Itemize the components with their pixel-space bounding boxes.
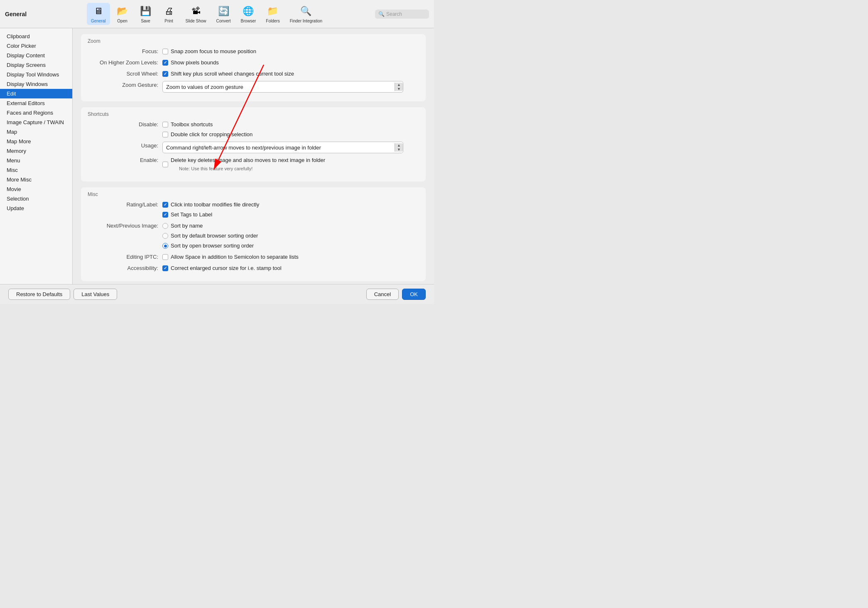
- section-zoom: Zoom Focus: Snap zoom focus to mouse pos…: [81, 34, 426, 101]
- usage-arrows: ▲▼: [395, 143, 403, 152]
- title-bar: General 🖥 General 📂 Open 💾 Save 🖨 Print …: [0, 0, 434, 28]
- rating-checkbox1-label: Click into toolbar modifies file directl…: [171, 201, 259, 209]
- radio2-row: Sort by default browser sorting order: [162, 232, 258, 240]
- toolbar-item-slideshow[interactable]: 📽 Slide Show: [181, 3, 211, 25]
- rating-checkbox2-row: Set Tags to Label: [162, 211, 259, 219]
- bottom-bar: Restore to Defaults Last Values Cancel O…: [0, 284, 434, 304]
- search-bar[interactable]: 🔍 Search: [375, 10, 429, 19]
- toolbar-item-browser[interactable]: 🌐 Browser: [237, 3, 260, 25]
- cancel-button[interactable]: Cancel: [366, 289, 399, 300]
- enable-row: Enable: Delete key deletes image and als…: [88, 156, 419, 173]
- enable-checkbox[interactable]: [162, 162, 168, 167]
- editing-iptc-checkbox[interactable]: [162, 254, 168, 260]
- general-label: General: [91, 19, 106, 23]
- editing-iptc-checkbox-row: Allow Space in addition to Semicolon to …: [162, 253, 299, 261]
- usage-select[interactable]: Command right/left-arrow moves to next/p…: [162, 142, 403, 153]
- higher-zoom-checkbox-row: Show pixels bounds: [162, 59, 219, 67]
- bottom-left-buttons: Restore to Defaults Last Values: [8, 289, 117, 300]
- scroll-wheel-control: Shift key plus scroll wheel changes curr…: [162, 70, 294, 78]
- zoom-gesture-row: Zoom Gesture: Zoom to values of zoom ges…: [88, 81, 419, 93]
- last-values-button[interactable]: Last Values: [74, 289, 117, 300]
- zoom-gesture-select[interactable]: Zoom to values of zoom gesture ▲▼: [162, 81, 403, 93]
- radio1-row: Sort by name: [162, 222, 258, 230]
- accessibility-checkbox[interactable]: [162, 265, 168, 271]
- radio3[interactable]: [162, 243, 168, 249]
- ok-button[interactable]: OK: [402, 289, 426, 300]
- usage-control: Command right/left-arrow moves to next/p…: [162, 142, 403, 153]
- toolbar-item-folders[interactable]: 📁 Folders: [262, 3, 284, 25]
- sidebar-item-external-editors[interactable]: External Editors: [0, 98, 72, 108]
- sidebar-item-edit[interactable]: Edit: [0, 89, 72, 98]
- focus-row: Focus: Snap zoom focus to mouse position: [88, 47, 419, 56]
- enable-checkbox-row: Delete key deletes image and also moves …: [162, 156, 325, 173]
- rating-checkbox2-label: Set Tags to Label: [171, 211, 212, 219]
- toolbar-item-print[interactable]: 🖨 Print: [158, 3, 180, 25]
- sidebar-item-map[interactable]: Map: [0, 127, 72, 137]
- disable-checkbox1-label: Toolbox shortcuts: [171, 120, 213, 129]
- restore-defaults-button[interactable]: Restore to Defaults: [8, 289, 70, 300]
- scroll-wheel-checkbox[interactable]: [162, 71, 168, 77]
- sidebar-item-faces-regions[interactable]: Faces and Regions: [0, 108, 72, 118]
- next-prev-row: Next/Previous Image: Sort by name Sort b…: [88, 222, 419, 250]
- sidebar-item-color-picker[interactable]: Color Picker: [0, 41, 72, 51]
- disable-row: Disable: Toolbox shortcuts Double click …: [88, 120, 419, 139]
- next-prev-control: Sort by name Sort by default browser sor…: [162, 222, 258, 250]
- zoom-gesture-label: Zoom Gesture:: [88, 81, 162, 89]
- sidebar-item-update[interactable]: Update: [0, 203, 72, 213]
- radio3-label: Sort by open browser sorting order: [171, 242, 254, 250]
- sidebar-item-display-screens[interactable]: Display Screens: [0, 60, 72, 70]
- sidebar-item-display-tool-windows[interactable]: Display Tool Windows: [0, 70, 72, 79]
- save-label: Save: [141, 19, 150, 23]
- rating-checkbox2[interactable]: [162, 212, 168, 218]
- toolbar-item-finder[interactable]: 🔍 Finder Integration: [286, 3, 326, 25]
- enable-label: Enable:: [88, 156, 162, 164]
- higher-zoom-checkbox[interactable]: [162, 60, 168, 66]
- search-placeholder: Search: [386, 11, 402, 17]
- sidebar-item-more-misc[interactable]: More Misc: [0, 175, 72, 184]
- sidebar-item-menu[interactable]: Menu: [0, 156, 72, 165]
- sidebar-item-movie[interactable]: Movie: [0, 184, 72, 194]
- focus-checkbox[interactable]: [162, 49, 168, 54]
- radio1-label: Sort by name: [171, 222, 203, 230]
- print-label: Print: [164, 19, 173, 23]
- toolbar-item-general[interactable]: 🖥 General: [87, 3, 110, 25]
- radio2[interactable]: [162, 233, 168, 239]
- toolbar-item-convert[interactable]: 🔄 Convert: [212, 3, 235, 25]
- disable-checkbox2[interactable]: [162, 132, 168, 137]
- radio3-row: Sort by open browser sorting order: [162, 242, 258, 250]
- sidebar-item-display-content[interactable]: Display Content: [0, 51, 72, 60]
- rating-checkbox1[interactable]: [162, 202, 168, 208]
- scroll-wheel-checkbox-row: Shift key plus scroll wheel changes curr…: [162, 70, 294, 78]
- print-icon: 🖨: [162, 5, 176, 18]
- section-misc: Misc Rating/Label: Click into toolbar mo…: [81, 187, 426, 281]
- sidebar-item-clipboard[interactable]: Clipboard: [0, 32, 72, 41]
- sidebar-item-memory[interactable]: Memory: [0, 146, 72, 156]
- accessibility-control: Correct enlarged cursor size for i.e. st…: [162, 264, 282, 272]
- browser-label: Browser: [241, 19, 256, 23]
- sidebar-item-display-windows[interactable]: Display Windows: [0, 79, 72, 89]
- disable-control: Toolbox shortcuts Double click for cropp…: [162, 120, 253, 139]
- enable-note: Note: Use this feature very carefully!: [179, 164, 325, 173]
- sidebar-item-selection[interactable]: Selection: [0, 194, 72, 203]
- sidebar-item-misc[interactable]: Misc: [0, 165, 72, 175]
- accessibility-checkbox-label: Correct enlarged cursor size for i.e. st…: [171, 264, 282, 272]
- toolbar-item-open[interactable]: 📂 Open: [112, 3, 133, 25]
- radio2-label: Sort by default browser sorting order: [171, 232, 258, 240]
- sidebar-item-map-more[interactable]: Map More: [0, 137, 72, 146]
- save-icon: 💾: [139, 5, 152, 18]
- sidebar: ClipboardColor PickerDisplay ContentDisp…: [0, 28, 73, 284]
- convert-label: Convert: [216, 19, 231, 23]
- disable-checkbox1[interactable]: [162, 122, 168, 127]
- toolbar-item-save[interactable]: 💾 Save: [135, 3, 157, 25]
- radio1[interactable]: [162, 223, 168, 229]
- zoom-section-title: Zoom: [88, 38, 419, 44]
- disable-checkbox2-label: Double click for cropping selection: [171, 130, 253, 139]
- scroll-wheel-row: Scroll Wheel: Shift key plus scroll whee…: [88, 70, 419, 78]
- sidebar-item-image-capture[interactable]: Image Capture / TWAIN: [0, 118, 72, 127]
- rating-control: Click into toolbar modifies file directl…: [162, 201, 259, 219]
- accessibility-checkbox-row: Correct enlarged cursor size for i.e. st…: [162, 264, 282, 272]
- scroll-wheel-label: Scroll Wheel:: [88, 70, 162, 78]
- disable-label: Disable:: [88, 120, 162, 129]
- editing-iptc-checkbox-label: Allow Space in addition to Semicolon to …: [171, 253, 299, 261]
- editing-iptc-control: Allow Space in addition to Semicolon to …: [162, 253, 299, 261]
